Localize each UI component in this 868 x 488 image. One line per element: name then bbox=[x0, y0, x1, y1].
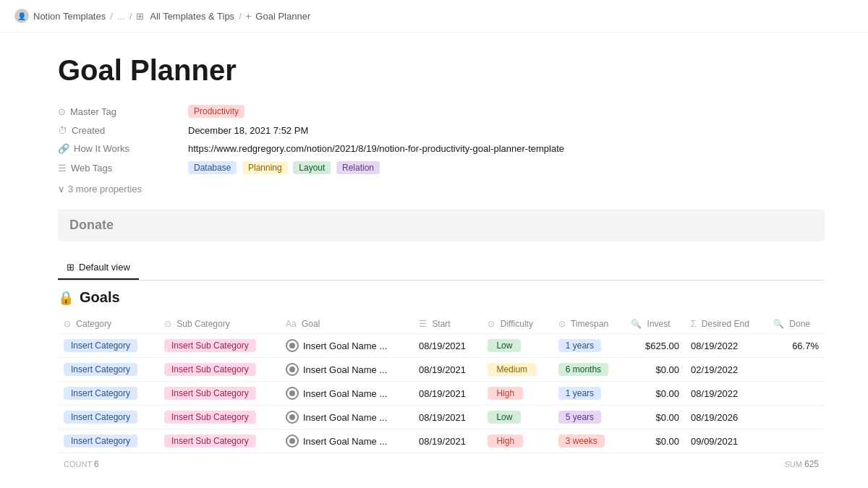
cell-done-2 bbox=[767, 382, 825, 406]
master-tag-value: Productivity bbox=[188, 105, 247, 118]
subcategory-pill-4[interactable]: Insert Sub Category bbox=[164, 435, 256, 448]
category-pill-1[interactable]: Insert Category bbox=[64, 363, 137, 376]
goal-name-1[interactable]: Insert Goal Name ... bbox=[303, 364, 387, 375]
cell-subcategory-4[interactable]: Insert Sub Category bbox=[158, 429, 280, 453]
cell-timespan-3: 5 years bbox=[553, 406, 626, 429]
goal-target-icon-4 bbox=[286, 435, 299, 448]
category-col-icon: ⊙ bbox=[64, 319, 71, 329]
goal-name-2[interactable]: Insert Goal Name ... bbox=[303, 388, 387, 399]
more-properties-toggle[interactable]: ∨ 3 more properties bbox=[58, 184, 825, 194]
productivity-tag[interactable]: Productivity bbox=[188, 105, 244, 118]
cell-category-1[interactable]: Insert Category bbox=[58, 358, 158, 382]
cell-difficulty-1: Medium bbox=[482, 358, 552, 382]
table-row[interactable]: Insert Category Insert Sub Category Inse… bbox=[58, 429, 825, 453]
chevron-down-icon: ∨ bbox=[58, 184, 65, 194]
col-start: ☰ Start bbox=[413, 314, 482, 334]
timespan-col-icon: ⊙ bbox=[558, 319, 566, 329]
web-tags-label: ☰ Web Tags bbox=[58, 163, 188, 174]
category-pill-2[interactable]: Insert Category bbox=[64, 387, 137, 400]
breadcrumb-sep-2: / bbox=[129, 11, 132, 22]
table-header-row: ⊙ Category ⊙ Sub Category Aa Goal ☰ Star… bbox=[58, 314, 825, 334]
cell-goal-0[interactable]: Insert Goal Name ... bbox=[280, 334, 413, 358]
cell-category-0[interactable]: Insert Category bbox=[58, 334, 158, 358]
count-label: COUNT 6 bbox=[64, 459, 99, 469]
cell-goal-3[interactable]: Insert Goal Name ... bbox=[280, 406, 413, 429]
timespan-badge-3: 5 years bbox=[558, 411, 601, 424]
goals-header: 🔒 Goals bbox=[58, 289, 825, 306]
cell-invest-3: $0.00 bbox=[625, 406, 685, 429]
table-row[interactable]: Insert Category Insert Sub Category Inse… bbox=[58, 406, 825, 429]
category-pill-3[interactable]: Insert Category bbox=[64, 411, 137, 424]
cell-invest-0: $625.00 bbox=[625, 334, 685, 358]
cell-invest-4: $0.00 bbox=[625, 429, 685, 453]
master-tag-row: ⊙ Master Tag Productivity bbox=[58, 101, 825, 121]
main-content: Goal Planner ⊙ Master Tag Productivity ⏱… bbox=[0, 33, 868, 488]
table-footer: COUNT 6 SUM 625 bbox=[58, 453, 825, 475]
goal-target-icon-0 bbox=[286, 339, 299, 352]
how-it-works-link[interactable]: https://www.redgregory.com/notion/2021/8… bbox=[188, 143, 564, 154]
cell-desired-end-4: 09/09/2021 bbox=[685, 429, 767, 453]
goal-name-0[interactable]: Insert Goal Name ... bbox=[303, 341, 387, 351]
timespan-badge-4: 3 weeks bbox=[558, 435, 605, 448]
goal-name-4[interactable]: Insert Goal Name ... bbox=[303, 436, 387, 447]
cell-difficulty-3: Low bbox=[482, 406, 552, 429]
category-pill-4[interactable]: Insert Category bbox=[64, 435, 137, 448]
table-row[interactable]: Insert Category Insert Sub Category Inse… bbox=[58, 334, 825, 358]
cell-done-0: 66.7% bbox=[767, 334, 825, 358]
category-pill-0[interactable]: Insert Category bbox=[64, 339, 137, 352]
tag-relation[interactable]: Relation bbox=[336, 161, 380, 174]
goals-table: ⊙ Category ⊙ Sub Category Aa Goal ☰ Star… bbox=[58, 314, 825, 453]
workspace-avatar: 👤 bbox=[14, 9, 29, 23]
cell-desired-end-3: 08/19/2026 bbox=[685, 406, 767, 429]
breadcrumb-ellipsis[interactable]: ... bbox=[117, 11, 125, 22]
cell-subcategory-0[interactable]: Insert Sub Category bbox=[158, 334, 280, 358]
cell-category-2[interactable]: Insert Category bbox=[58, 382, 158, 406]
cell-goal-1[interactable]: Insert Goal Name ... bbox=[280, 358, 413, 382]
cell-timespan-0: 1 years bbox=[553, 334, 626, 358]
how-it-works-value: https://www.redgregory.com/notion/2021/8… bbox=[188, 143, 564, 154]
breadcrumb-plus-icon: + bbox=[246, 11, 252, 22]
tag-layout[interactable]: Layout bbox=[293, 161, 331, 174]
difficulty-badge-4: High bbox=[488, 435, 523, 448]
breadcrumb-section[interactable]: All Templates & Tips bbox=[150, 11, 234, 22]
col-sub-category: ⊙ Sub Category bbox=[158, 314, 280, 334]
cell-category-4[interactable]: Insert Category bbox=[58, 429, 158, 453]
cell-subcategory-3[interactable]: Insert Sub Category bbox=[158, 406, 280, 429]
cell-subcategory-2[interactable]: Insert Sub Category bbox=[158, 382, 280, 406]
col-invest: 🔍 Invest bbox=[625, 314, 685, 334]
web-tags-value: Database Planning Layout Relation bbox=[188, 161, 383, 174]
subcategory-pill-1[interactable]: Insert Sub Category bbox=[164, 363, 256, 376]
cell-difficulty-4: High bbox=[482, 429, 552, 453]
subcategory-pill-0[interactable]: Insert Sub Category bbox=[164, 339, 256, 352]
cell-done-1 bbox=[767, 358, 825, 382]
cell-goal-4[interactable]: Insert Goal Name ... bbox=[280, 429, 413, 453]
col-difficulty: ⊙ Difficulty bbox=[482, 314, 552, 334]
tag-database[interactable]: Database bbox=[188, 161, 237, 174]
breadcrumb-workspace[interactable]: Notion Templates bbox=[33, 11, 106, 22]
subcategory-pill-2[interactable]: Insert Sub Category bbox=[164, 387, 256, 400]
sum-label: SUM 625 bbox=[784, 459, 819, 469]
view-tabs: ⊞ Default view bbox=[58, 256, 825, 281]
difficulty-badge-2: High bbox=[488, 387, 523, 400]
cell-category-3[interactable]: Insert Category bbox=[58, 406, 158, 429]
tag-planning[interactable]: Planning bbox=[242, 161, 288, 174]
table-row[interactable]: Insert Category Insert Sub Category Inse… bbox=[58, 358, 825, 382]
goal-name-3[interactable]: Insert Goal Name ... bbox=[303, 412, 387, 423]
lock-icon: 🔒 bbox=[58, 290, 74, 306]
how-it-works-row: 🔗 How It Works https://www.redgregory.co… bbox=[58, 140, 825, 158]
table-row[interactable]: Insert Category Insert Sub Category Inse… bbox=[58, 382, 825, 406]
sum-value: 625 bbox=[804, 459, 819, 469]
breadcrumb-sep-3: / bbox=[239, 11, 242, 22]
col-category: ⊙ Category bbox=[58, 314, 158, 334]
timespan-badge-1: 6 months bbox=[558, 363, 608, 376]
cell-subcategory-1[interactable]: Insert Sub Category bbox=[158, 358, 280, 382]
default-view-tab[interactable]: ⊞ Default view bbox=[58, 256, 139, 280]
goal-target-icon-3 bbox=[286, 411, 299, 424]
cell-difficulty-2: High bbox=[482, 382, 552, 406]
subcategory-pill-3[interactable]: Insert Sub Category bbox=[164, 411, 256, 424]
cell-goal-2[interactable]: Insert Goal Name ... bbox=[280, 382, 413, 406]
difficulty-badge-3: Low bbox=[488, 411, 521, 424]
list-icon: ☰ bbox=[58, 163, 67, 174]
cell-desired-end-1: 02/19/2022 bbox=[685, 358, 767, 382]
properties-section: ⊙ Master Tag Productivity ⏱ Created Dece… bbox=[58, 101, 825, 194]
